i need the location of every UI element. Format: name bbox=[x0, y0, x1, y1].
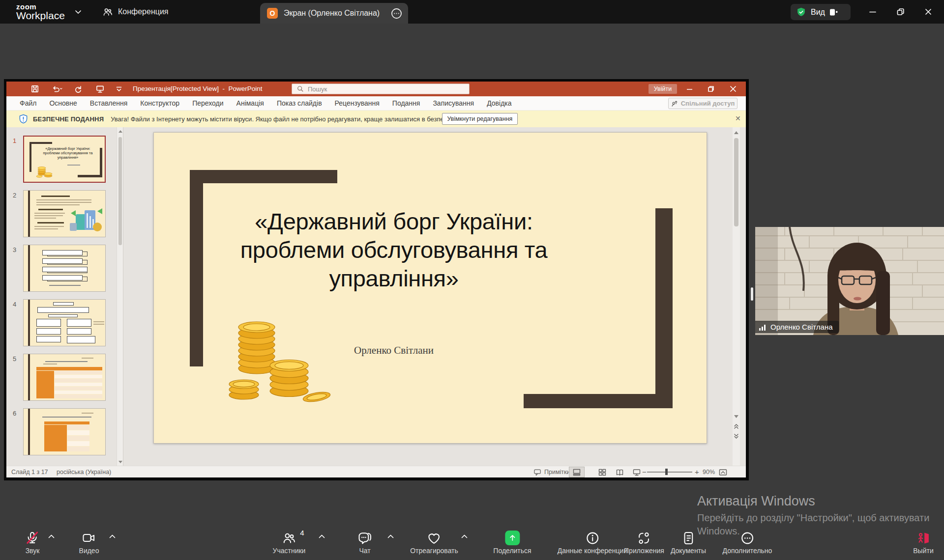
protected-view-banner: БЕЗПЕЧНЕ ПОДАННЯ Увага! Файли з Інтернет… bbox=[6, 111, 746, 127]
slide-canvas[interactable]: «Державний борг України: проблеми обслуг… bbox=[153, 132, 707, 444]
slide-thumbnail-2[interactable] bbox=[23, 190, 106, 237]
start-slideshow-icon[interactable] bbox=[96, 85, 104, 93]
slide-title: «Державний борг України: проблеми обслуг… bbox=[154, 207, 634, 293]
thumbnail-number: 6 bbox=[13, 410, 16, 417]
search-input[interactable]: Пошук bbox=[292, 84, 470, 94]
slide-thumbnail-5[interactable] bbox=[23, 354, 106, 401]
meeting-info-button[interactable]: Данные конференции bbox=[558, 530, 628, 555]
thumbnails-scrollbar[interactable] bbox=[117, 127, 123, 466]
video-options-chevron[interactable] bbox=[109, 534, 116, 538]
banner-close-icon[interactable]: ✕ bbox=[735, 114, 741, 122]
chat-button[interactable]: Чат bbox=[358, 530, 372, 555]
connection-signal-icon bbox=[759, 324, 767, 331]
ribbon-tab-help[interactable]: Довідка bbox=[480, 96, 518, 111]
tab-meeting[interactable]: Конференция bbox=[102, 0, 169, 24]
notes-icon[interactable] bbox=[533, 469, 542, 476]
language-status[interactable]: російська (Україна) bbox=[57, 466, 111, 478]
audio-options-chevron[interactable] bbox=[48, 534, 55, 538]
thumbnail-number: 2 bbox=[13, 192, 16, 199]
tab-options-icon[interactable] bbox=[391, 8, 402, 19]
audio-button[interactable]: Звук bbox=[26, 530, 40, 555]
coins-mini bbox=[35, 161, 55, 179]
scroll-down-icon[interactable] bbox=[117, 458, 123, 466]
apps-button[interactable]: Приложения bbox=[624, 530, 664, 555]
normal-view-button[interactable] bbox=[569, 467, 585, 477]
zoom-workplace-logo: zoom Workplace bbox=[16, 2, 65, 22]
customize-toolbar-icon[interactable] bbox=[116, 85, 122, 93]
participant-video[interactable]: Орленко Світлана bbox=[755, 227, 944, 335]
search-placeholder: Пошук bbox=[308, 85, 327, 93]
enable-editing-button[interactable]: Увімкнути редагування bbox=[442, 113, 518, 125]
chevron-down-icon[interactable] bbox=[75, 10, 82, 14]
documents-button[interactable]: Документы bbox=[671, 530, 706, 555]
ribbon-tab-home[interactable]: Основне bbox=[43, 96, 83, 111]
canvas-scrollbar[interactable] bbox=[733, 127, 740, 466]
undo-icon[interactable] bbox=[52, 85, 62, 93]
ppt-minimize-button[interactable] bbox=[682, 84, 697, 94]
reading-view-button[interactable] bbox=[612, 467, 627, 477]
tab-shared-screen[interactable]: О Экран (Орленко Світлана) bbox=[260, 3, 408, 24]
sign-in-button[interactable]: Увійти bbox=[649, 84, 677, 94]
layout-icon bbox=[829, 8, 838, 16]
ribbon-tab-slideshow[interactable]: Показ слайдів bbox=[270, 96, 328, 111]
view-button[interactable]: Вид bbox=[791, 4, 851, 20]
chat-icon bbox=[358, 530, 372, 546]
participants-options-chevron[interactable] bbox=[319, 534, 325, 538]
panel-resize-handle[interactable] bbox=[751, 287, 753, 301]
slide-thumbnails-panel: 1 2 3 4 5 6 «Державний борг України: про… bbox=[6, 127, 123, 466]
ribbon-tab-file[interactable]: Файл bbox=[13, 96, 43, 111]
fit-to-window-icon[interactable] bbox=[719, 469, 727, 476]
zoom-slider-track[interactable] bbox=[647, 472, 692, 473]
slide-thumbnail-6[interactable] bbox=[23, 408, 106, 455]
ribbon-tab-insert[interactable]: Вставлення bbox=[84, 96, 134, 111]
next-slide-icon[interactable] bbox=[733, 432, 740, 440]
share-person-icon bbox=[671, 100, 678, 107]
notes-label[interactable]: Примітки bbox=[544, 466, 570, 478]
ribbon-tab-review[interactable]: Рецензування bbox=[328, 96, 386, 111]
ppt-close-button[interactable] bbox=[726, 84, 740, 94]
ribbon-tab-design[interactable]: Конструктор bbox=[134, 96, 186, 111]
slide-sorter-view-button[interactable] bbox=[594, 467, 610, 477]
view-button-label: Вид bbox=[811, 8, 825, 17]
close-button[interactable] bbox=[922, 6, 935, 18]
slide-thumbnail-1[interactable]: «Державний борг України: проблеми обслуг… bbox=[23, 136, 106, 183]
more-button[interactable]: Дополнительно bbox=[723, 530, 772, 555]
scroll-down-icon[interactable] bbox=[733, 412, 740, 420]
zoom-slider-thumb[interactable] bbox=[665, 469, 668, 475]
slide-thumbnail-4[interactable] bbox=[23, 299, 106, 346]
leave-button[interactable]: Выйти bbox=[913, 530, 933, 555]
maximize-button[interactable] bbox=[894, 6, 907, 18]
chat-options-chevron[interactable] bbox=[387, 534, 394, 538]
ppt-share-button[interactable]: Спільний доступ bbox=[668, 98, 738, 109]
scroll-up-icon[interactable] bbox=[733, 128, 740, 137]
react-button[interactable]: Отреагировать bbox=[410, 530, 458, 555]
zoom-percentage[interactable]: 90% bbox=[703, 466, 715, 478]
ribbon-tab-animations[interactable]: Анімація bbox=[230, 96, 270, 111]
slide-position: Слайд 1 з 17 bbox=[11, 466, 48, 478]
react-options-chevron[interactable] bbox=[461, 534, 468, 538]
slide-bracket-bottom-right-vertical bbox=[655, 208, 673, 408]
zoom-in-button[interactable]: + bbox=[695, 466, 699, 478]
ribbon-tab-view[interactable]: Подання bbox=[386, 96, 427, 111]
participants-button[interactable]: 4 Участники bbox=[273, 530, 306, 555]
scroll-up-icon[interactable] bbox=[117, 127, 123, 135]
thumbnail-number: 3 bbox=[13, 246, 16, 253]
window-title: Презентація[Protected View] - PowerPoint bbox=[133, 82, 263, 96]
slide-thumbnail-3[interactable] bbox=[23, 245, 106, 292]
ribbon-tab-record[interactable]: Записування bbox=[426, 96, 480, 111]
share-screen-button[interactable]: Поделиться bbox=[493, 530, 531, 555]
ribbon-tab-transitions[interactable]: Переходи bbox=[186, 96, 230, 111]
illustration-mini bbox=[69, 206, 104, 234]
minimize-button[interactable] bbox=[866, 6, 879, 18]
save-icon[interactable] bbox=[31, 85, 39, 93]
logo-workplace-text: Workplace bbox=[16, 10, 65, 22]
thumbnail-number: 4 bbox=[13, 301, 16, 308]
scroll-thumb[interactable] bbox=[734, 138, 738, 226]
previous-slide-icon[interactable] bbox=[733, 422, 740, 430]
ppt-restore-button[interactable] bbox=[704, 84, 718, 94]
video-button[interactable]: Видео bbox=[79, 530, 99, 555]
zoom-out-button[interactable]: − bbox=[642, 466, 647, 478]
redo-icon[interactable] bbox=[74, 85, 82, 93]
protected-view-shield-icon bbox=[19, 114, 28, 124]
scroll-thumb[interactable] bbox=[118, 137, 122, 245]
